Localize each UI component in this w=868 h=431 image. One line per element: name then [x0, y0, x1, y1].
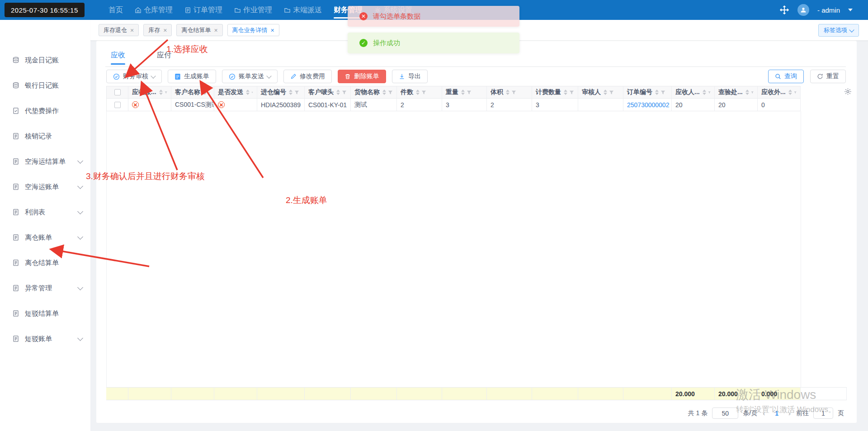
document-icon: [12, 335, 19, 342]
sidebar-item-shortdrayage-bill[interactable]: 短驳账单: [0, 326, 90, 351]
sidebar-item-outbound-bill[interactable]: 离仓账单: [0, 225, 90, 250]
chevron-down-icon[interactable]: [848, 9, 853, 11]
refresh-icon: [817, 73, 823, 80]
user-name[interactable]: - admin: [817, 6, 840, 14]
sidebar-item-bank-journal[interactable]: 银行日记账: [0, 73, 90, 98]
table-settings-gear-icon[interactable]: [844, 88, 852, 95]
sidebar-item-exception-management[interactable]: 异常管理: [0, 275, 90, 301]
chevron-down-icon: [151, 73, 156, 78]
export-button[interactable]: 导出: [392, 70, 428, 83]
modify-fee-button[interactable]: 修改费用: [283, 70, 332, 83]
nav-operations[interactable]: 作业管理: [234, 0, 272, 20]
filter-funnel-icon[interactable]: [467, 90, 472, 95]
finance-audit-button[interactable]: 财务审核: [106, 70, 162, 83]
nav-last-mile[interactable]: 末端派送: [284, 0, 322, 20]
delete-bill-button[interactable]: 删除账单: [338, 70, 386, 83]
generate-bill-button[interactable]: 生成账单: [168, 70, 216, 83]
search-button[interactable]: 查询: [768, 70, 804, 83]
tag-options-button[interactable]: 标签选项: [818, 24, 859, 37]
cell-receivable-foreign: 0: [758, 99, 801, 111]
sort-icon[interactable]: [461, 90, 465, 95]
page-size-input[interactable]: [712, 407, 738, 419]
order-no-link[interactable]: 250730000002: [627, 101, 669, 109]
sort-icon[interactable]: [416, 90, 420, 95]
search-icon: [775, 73, 781, 80]
filter-funnel-icon[interactable]: [751, 90, 754, 95]
sort-icon[interactable]: [604, 90, 607, 95]
close-icon[interactable]: ×: [271, 27, 274, 33]
sort-icon[interactable]: [289, 90, 292, 95]
nav-orders[interactable]: 订单管理: [184, 0, 222, 20]
sidebar-item-shortdrayage-settlement[interactable]: 短驳结算单: [0, 301, 90, 326]
total-receivable-foreign: 0.000: [758, 387, 801, 400]
filter-funnel-icon[interactable]: [208, 90, 210, 95]
sort-icon[interactable]: [703, 90, 706, 95]
chevron-down-icon: [77, 234, 83, 240]
chevron-down-icon: [77, 284, 83, 290]
total-receivable-rmb: 20.000: [672, 387, 715, 400]
chevron-down-icon: [77, 208, 83, 214]
tab-outbound-settlement[interactable]: 离仓结算单×: [176, 24, 222, 36]
filter-funnel-icon[interactable]: [342, 90, 347, 95]
avatar[interactable]: [797, 4, 809, 16]
success-circle-icon: ✓: [359, 39, 368, 47]
sort-icon[interactable]: [745, 90, 749, 95]
document-icon: [12, 208, 19, 216]
page-unit-label: 页: [838, 409, 844, 417]
nav-warehouse[interactable]: 仓库管理: [135, 0, 173, 20]
tab-inventory-return[interactable]: 库存退仓×: [99, 24, 139, 36]
trash-icon: [344, 73, 351, 80]
tab-inventory[interactable]: 库存×: [143, 24, 172, 36]
sidebar: 现金日记账 银行日记账 代垫费操作 核销记录 空海运结算单 空海运账单 利润表 …: [0, 20, 90, 431]
sidebar-item-airsea-bill[interactable]: 空海运账单: [0, 174, 90, 199]
reset-button[interactable]: 重置: [810, 70, 846, 83]
sort-icon[interactable]: [564, 90, 567, 95]
filter-funnel-icon[interactable]: [388, 90, 393, 95]
filter-funnel-icon[interactable]: [511, 90, 516, 95]
next-page-arrow[interactable]: ›: [788, 409, 792, 417]
chevron-down-icon: [77, 335, 83, 341]
filter-funnel-icon[interactable]: [165, 90, 167, 95]
error-circle-icon: ✕: [359, 12, 368, 20]
filter-funnel-icon[interactable]: [708, 90, 711, 95]
filter-funnel-icon[interactable]: [660, 90, 665, 95]
sidebar-item-cash-journal[interactable]: 现金日记账: [0, 47, 90, 73]
send-bill-button[interactable]: 账单发送: [222, 70, 278, 83]
filter-funnel-icon[interactable]: [421, 90, 426, 95]
current-page[interactable]: 1: [770, 410, 783, 417]
select-all-checkbox[interactable]: [114, 89, 121, 95]
sidebar-item-advance-fee[interactable]: 代垫费操作: [0, 98, 90, 123]
sort-icon[interactable]: [788, 90, 792, 95]
move-icon[interactable]: [779, 5, 789, 15]
sort-icon[interactable]: [246, 90, 250, 95]
goto-page-input[interactable]: [813, 407, 833, 419]
sort-icon[interactable]: [203, 90, 207, 95]
sort-icon[interactable]: [506, 90, 509, 95]
sidebar-item-profit-statement[interactable]: 利润表: [0, 199, 90, 225]
tab-outbound-business-detail[interactable]: 离仓业务详情×: [227, 24, 279, 36]
filter-funnel-icon[interactable]: [294, 90, 299, 95]
tab-payable[interactable]: 应付: [157, 51, 171, 65]
filter-funnel-icon[interactable]: [569, 90, 574, 95]
nav-home[interactable]: 首页: [108, 0, 123, 20]
close-icon[interactable]: ×: [163, 27, 167, 33]
sort-icon[interactable]: [336, 90, 340, 95]
sort-icon[interactable]: [159, 90, 163, 95]
close-icon[interactable]: ×: [214, 27, 217, 33]
toolbar: 财务审核 生成账单 账单发送 修改费用 删除账单 导出: [106, 70, 428, 83]
sidebar-item-outbound-settlement[interactable]: 离仓结算单: [0, 250, 90, 275]
filter-funnel-icon[interactable]: [609, 90, 614, 95]
prev-page-arrow[interactable]: ‹: [762, 409, 766, 417]
filter-funnel-icon[interactable]: [794, 90, 797, 95]
sidebar-item-writeoff-records[interactable]: 核销记录: [0, 123, 90, 149]
close-icon[interactable]: ×: [130, 27, 134, 33]
sort-icon[interactable]: [382, 90, 386, 95]
tab-receivable[interactable]: 应收: [111, 51, 125, 65]
check-circle-icon: [113, 73, 120, 80]
filter-funnel-icon[interactable]: [251, 90, 253, 95]
sort-icon[interactable]: [655, 90, 659, 95]
table-row[interactable]: × CS001-CS测试 × HDIA2500389 CS001-KY-01 测…: [106, 99, 847, 111]
document-icon: [12, 310, 19, 317]
sidebar-item-airsea-settlement[interactable]: 空海运结算单: [0, 149, 90, 174]
row-checkbox[interactable]: [114, 102, 121, 108]
